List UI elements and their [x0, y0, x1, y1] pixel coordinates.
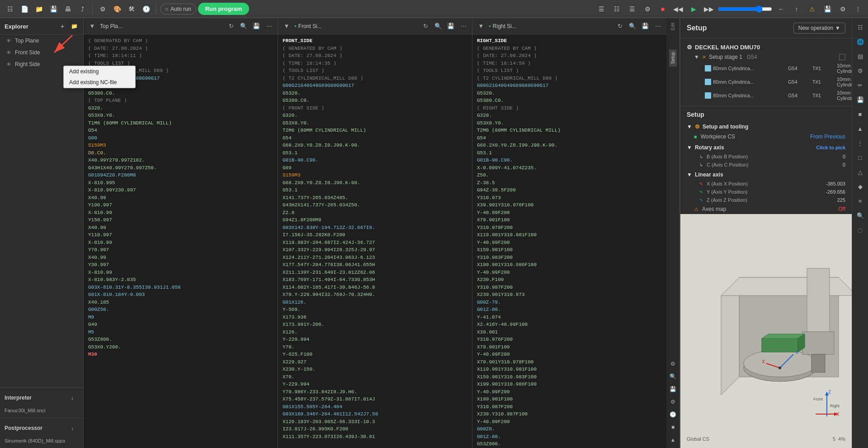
setup-props-header: Setup [680, 106, 852, 121]
setup-header: Setup New operation ▼ [680, 18, 852, 38]
icon-bar-btn-8[interactable]: ▲ [854, 122, 867, 135]
save-btn[interactable]: 💾 [47, 3, 60, 15]
edit-tab[interactable]: Edit [670, 21, 675, 32]
panel-search-top[interactable]: 🔍 [239, 21, 249, 31]
linear-axis-section: ▼ Linear axis ✎ X (Axis X Position) -385… [680, 169, 852, 204]
postprocessor-title: Postprocessor [5, 425, 42, 431]
icon-bar-btn-9[interactable]: ⋮ [854, 137, 867, 149]
run-program-button[interactable]: Run program [198, 3, 250, 15]
panel-refresh-top[interactable]: ↻ [226, 21, 236, 31]
sidebar-folder-btn[interactable]: 📁 [70, 22, 79, 31]
panel-search-right[interactable]: 🔍 [627, 21, 637, 31]
left-icon-btn-2[interactable]: 🔍 [668, 371, 679, 382]
export-btn[interactable]: ⤴ [76, 3, 89, 15]
icon-bar-btn-10[interactable]: □ [854, 151, 867, 164]
icon-bar-btn-3[interactable]: ▤ [854, 50, 867, 62]
panel-more-front[interactable]: ⋯ [458, 21, 468, 31]
sep2 [156, 4, 156, 14]
workpiece-cs-value[interactable]: From Previous [810, 133, 845, 140]
new-operation-button[interactable]: New operation ▼ [793, 23, 845, 33]
setup-stage-checkbox[interactable] [839, 54, 845, 60]
context-add-existing[interactable]: Add existing [64, 66, 135, 77]
panel-search-front[interactable]: 🔍 [433, 21, 443, 31]
save2-btn[interactable]: 💾 [821, 3, 834, 15]
panel-more-top[interactable]: ⋯ [264, 21, 274, 31]
icon-bar-btn-7[interactable]: ■ [854, 108, 867, 120]
viewport[interactable]: Z X Z X Front Right [680, 214, 852, 448]
print-btn[interactable]: 🖶 [61, 3, 74, 15]
sidebar-item-top-plane[interactable]: 👁 Top Plane [0, 35, 83, 47]
panel-expand-right[interactable]: ▼ [476, 21, 486, 31]
grid-btn[interactable]: ☷ [4, 3, 16, 15]
left-icon-btn-3[interactable]: 💾 [668, 384, 679, 395]
settings2-btn[interactable]: ⚙ [641, 3, 654, 15]
menu-btn[interactable]: ☰ [595, 3, 608, 15]
new-file-btn[interactable]: 📄 [18, 3, 31, 15]
icon-bar-btn-6[interactable]: 💾 [854, 93, 867, 106]
warning-btn[interactable]: ⚠ [806, 3, 818, 15]
setup-tab[interactable]: Setup [669, 49, 677, 67]
list-btn[interactable]: ☷ [610, 3, 623, 15]
linear-axis-header[interactable]: ▼ Linear axis [687, 169, 845, 180]
rotary-click-to-pick[interactable]: Click to pick [816, 145, 845, 150]
rotary-axis-header[interactable]: ▼ Rotary axis Click to pick [687, 142, 845, 153]
gear2-btn[interactable]: ⚙ [836, 3, 849, 15]
nc-content-front[interactable]: FRONT_SIDE( GENERATED BY CAM )( DATE: 27… [278, 34, 472, 448]
icon-bar-btn-5[interactable]: ✏ [854, 79, 867, 91]
setup-tooling-header[interactable]: ▼ ⚙ Setup and tooling [687, 121, 845, 132]
tool-row-1[interactable]: 80mm Cylindrica... G54 T#1 10mm Cylindri… [687, 62, 845, 75]
icon-bar-btn-4[interactable]: ⚙ [854, 64, 867, 77]
context-add-nc-file[interactable]: Add existing NC-file [64, 77, 135, 88]
icon-bar-btn-13[interactable]: ≡ [854, 195, 867, 207]
icon-bar-btn-14[interactable]: 🔍 [854, 209, 867, 222]
tool-row-2[interactable]: 80mm Cylindrica... G54 T#1 10mm Cylindri… [687, 75, 845, 89]
clock-btn[interactable]: 🕐 [140, 3, 152, 15]
arrow-left-btn[interactable]: ← [775, 3, 788, 15]
code-btn[interactable]: 🛠 [125, 3, 138, 15]
left-icon-btn-1[interactable]: ⚙ [668, 358, 679, 369]
text-btn[interactable]: ☰ [626, 3, 638, 15]
more-btn[interactable]: ⋮ [852, 3, 864, 15]
nc-content-right[interactable]: RIGHT_SIDE( GENERATED BY CAM )( DATE: 27… [472, 34, 666, 448]
panel-more-right[interactable]: ⋯ [653, 21, 663, 31]
speed-slider[interactable] [718, 5, 772, 13]
autorun-button[interactable]: ○ Auto run [160, 4, 196, 14]
tool-name-2: 80mm Cylindrica... [713, 79, 754, 85]
linear-axis-label: Linear axis [695, 172, 723, 178]
left-icon-btn-7[interactable]: ▲ [668, 434, 679, 445]
next-btn[interactable]: ▶▶ [703, 3, 715, 15]
prev-btn[interactable]: ◀◀ [672, 3, 684, 15]
icon-bar-btn-11[interactable]: △ [854, 166, 867, 178]
settings-btn[interactable]: ⚙ [96, 3, 109, 15]
panel-save-top[interactable]: 💾 [251, 21, 261, 31]
arrow-up-btn[interactable]: ↑ [790, 3, 803, 15]
svg-text:Right: Right [830, 404, 840, 408]
panel-refresh-right[interactable]: ↻ [615, 21, 625, 31]
panel-refresh-front[interactable]: ↻ [420, 21, 430, 31]
play-btn[interactable]: ▶ [687, 3, 700, 15]
open-btn[interactable]: 📁 [33, 3, 45, 15]
nc-content-top[interactable]: ( GENERATED BY CAM )( DATE: 27.08.2024 )… [84, 34, 278, 448]
viewport-compass[interactable]: Z X Front Right [811, 389, 843, 421]
stop-btn[interactable]: ■ [656, 3, 669, 15]
left-icon-btn-5[interactable]: 🕐 [668, 409, 679, 420]
postprocessor-download-btn[interactable]: ↓ [66, 422, 79, 434]
icon-bar-btn-2[interactable]: 🌐 [854, 35, 867, 48]
icon-bar-btn-1[interactable]: ☷ [854, 21, 867, 33]
nc-panel-header-top: ▼ Top Pla... ↻ 🔍 💾 ⋯ [84, 18, 278, 34]
sidebar-add-btn[interactable]: + [58, 22, 67, 31]
panel-expand-top[interactable]: ▼ [87, 21, 97, 31]
tool-row-3[interactable]: 80mm Cylindrica... G54 T#1 10mm Cylindri… [687, 89, 845, 102]
icon-bar-btn-12[interactable]: ◆ [854, 180, 867, 193]
sidebar-item-front-side[interactable]: 👁 Front Side [0, 47, 83, 58]
setup-stage-item[interactable]: ▼ ✕ Setup stage 1 G54 [687, 52, 845, 62]
tool-wcs-1: G54 [788, 66, 811, 71]
panel-save-right[interactable]: 💾 [640, 21, 650, 31]
icon-bar-btn-15[interactable]: ◌ [854, 224, 867, 236]
palette-btn[interactable]: 🎨 [111, 3, 123, 15]
left-icon-btn-6[interactable]: ■ [668, 422, 679, 433]
left-icon-btn-4[interactable]: ⚙ [668, 396, 679, 407]
panel-expand-front[interactable]: ▼ [282, 21, 292, 31]
panel-save-front[interactable]: 💾 [446, 21, 456, 31]
interpreter-download-btn[interactable]: ↓ [66, 391, 79, 404]
